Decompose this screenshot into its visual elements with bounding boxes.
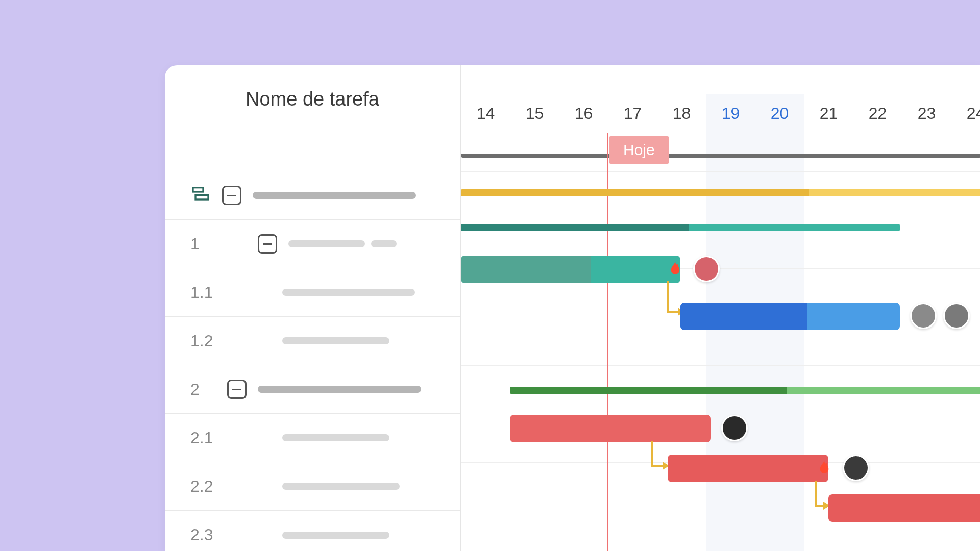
- date-header: 1415161718192021222324: [461, 65, 980, 133]
- date-cell[interactable]: 14: [461, 94, 510, 133]
- fire-icon: [665, 259, 685, 280]
- task-name-placeholder: [288, 240, 365, 247]
- task-name-placeholder: [258, 386, 421, 393]
- task-sidebar: Nome de tarefa 1: [165, 65, 461, 551]
- date-cell[interactable]: 23: [902, 94, 951, 133]
- sidebar-row-task-2-2[interactable]: 2.2: [165, 462, 460, 511]
- sidebar-row-group-1[interactable]: 1: [165, 220, 460, 268]
- task-name-placeholder: [371, 240, 397, 247]
- wbs-number: 2.3: [190, 525, 226, 544]
- avatar[interactable]: [943, 303, 970, 329]
- date-cell[interactable]: 17: [608, 94, 657, 133]
- wbs-number: 2.2: [190, 477, 226, 496]
- task-bar-2-1[interactable]: [510, 415, 711, 442]
- avatar[interactable]: [693, 256, 720, 282]
- svg-rect-1: [195, 195, 208, 199]
- date-cell[interactable]: 21: [804, 94, 853, 133]
- sidebar-row-task-2-3[interactable]: 2.3: [165, 511, 460, 551]
- collapse-button[interactable]: [222, 186, 241, 205]
- avatar[interactable]: [910, 303, 937, 329]
- collapse-button[interactable]: [258, 234, 277, 254]
- gantt-grid[interactable]: Hoje: [461, 133, 980, 551]
- svg-rect-0: [193, 188, 203, 192]
- gantt-timeline[interactable]: 1415161718192021222324: [461, 65, 980, 551]
- wbs-number: 1.1: [190, 283, 226, 302]
- today-label: Hoje: [609, 136, 669, 164]
- wbs-number: 2.1: [190, 429, 226, 447]
- summary-bar-group-2[interactable]: [510, 387, 980, 394]
- summary-bar-group-1[interactable]: [461, 224, 900, 231]
- sidebar-row-task-2-1[interactable]: 2.1: [165, 414, 460, 462]
- wbs-number: 1.2: [190, 332, 226, 350]
- fire-icon: [814, 458, 835, 479]
- wbs-number: 2: [190, 380, 216, 399]
- date-cell[interactable]: 16: [559, 94, 608, 133]
- summary-bar-project[interactable]: [461, 189, 980, 196]
- avatar[interactable]: [843, 455, 869, 481]
- task-name-placeholder: [282, 483, 400, 490]
- column-title: Nome de tarefa: [246, 88, 379, 110]
- gantt-window: Nome de tarefa 1: [165, 65, 980, 551]
- sidebar-spacer-row: [165, 133, 460, 171]
- wbs-number: 1: [190, 235, 216, 254]
- date-cell[interactable]: 20: [755, 94, 804, 133]
- task-name-placeholder: [282, 532, 389, 539]
- task-name-placeholder: [253, 192, 416, 199]
- collapse-button[interactable]: [227, 380, 247, 399]
- date-cell[interactable]: 18: [657, 94, 706, 133]
- sidebar-row-group-2[interactable]: 2: [165, 365, 460, 414]
- task-name-placeholder: [282, 289, 415, 296]
- task-bar-1-2[interactable]: [680, 303, 900, 330]
- sidebar-row-task-1-1[interactable]: 1.1: [165, 268, 460, 317]
- date-cell[interactable]: 19: [706, 94, 755, 133]
- task-bar-2-2[interactable]: [668, 455, 828, 482]
- avatar[interactable]: [721, 415, 748, 441]
- sidebar-header: Nome de tarefa: [165, 65, 460, 133]
- date-cell[interactable]: 24: [951, 94, 980, 133]
- task-bar-1-1[interactable]: [461, 256, 680, 283]
- gantt-icon: [190, 184, 211, 207]
- date-cell[interactable]: 22: [853, 94, 902, 133]
- sidebar-row-project[interactable]: [165, 171, 460, 220]
- date-cell[interactable]: 15: [510, 94, 559, 133]
- timeline-range-indicator: [461, 154, 980, 158]
- task-name-placeholder: [282, 337, 389, 344]
- task-bar-2-3[interactable]: [828, 494, 980, 522]
- sidebar-row-task-1-2[interactable]: 1.2: [165, 317, 460, 365]
- task-name-placeholder: [282, 434, 389, 441]
